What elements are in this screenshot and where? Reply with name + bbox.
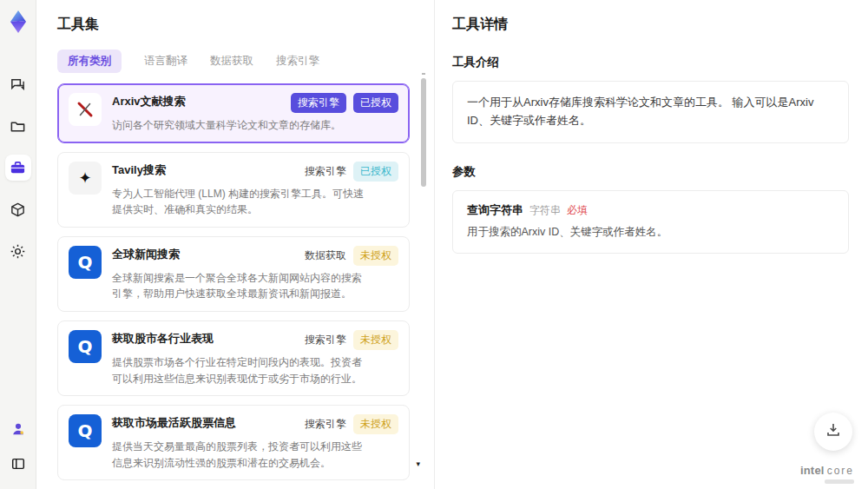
sidebar-item-files[interactable] — [5, 113, 31, 139]
stock-q-logo-icon: Q — [69, 330, 102, 363]
panel-toggle-icon — [10, 456, 26, 472]
sidebar-item-models[interactable] — [5, 196, 31, 222]
toolbox-icon — [10, 160, 26, 176]
auth-status-badge: 未授权 — [353, 330, 398, 350]
auth-status-badge: 未授权 — [353, 414, 398, 434]
param-description: 用于搜索的Arxiv ID、关键字或作者姓名。 — [467, 225, 834, 240]
category-label: 搜索引擎 — [305, 414, 346, 434]
tool-name: 获取市场最活跃股票信息 — [112, 414, 236, 431]
tab-language-translation[interactable]: 语言翻译 — [144, 50, 187, 73]
intel-logo-sub-mark — [825, 479, 854, 484]
intro-box: 一个用于从Arxiv存储库搜索科学论文和文章的工具。 输入可以是Arxiv ID… — [452, 81, 849, 143]
param-type: 字符串 — [529, 203, 561, 218]
tavily-logo-icon: ✦ — [69, 162, 102, 195]
page-title: 工具集 — [57, 16, 410, 34]
user-icon — [10, 421, 26, 437]
user-avatar[interactable] — [5, 416, 31, 442]
download-icon — [825, 421, 842, 442]
tab-search-engine[interactable]: 搜索引擎 — [276, 50, 319, 73]
tab-data-acquisition[interactable]: 数据获取 — [210, 50, 253, 73]
gear-icon — [10, 243, 26, 260]
arxiv-logo-icon — [69, 93, 102, 126]
tool-card-tavily[interactable]: ✦ Tavily搜索 搜索引擎 已授权 专为人工智能代理 (LLM) 构建的搜索… — [57, 152, 410, 228]
download-button[interactable] — [814, 413, 852, 451]
param-name: 查询字符串 — [467, 202, 523, 218]
cube-icon — [10, 202, 26, 218]
tool-name: 全球新闻搜索 — [112, 246, 180, 262]
tool-description: 专为人工智能代理 (LLM) 构建的搜索引擎工具。可快速提供实时、准确和真实的结… — [112, 186, 368, 218]
param-required-flag: 必填 — [567, 203, 588, 218]
category-badge: 搜索引擎 — [291, 93, 346, 113]
scrollbar-thumb[interactable] — [421, 78, 426, 187]
app-window: 工具集 所有类别 语言翻译 数据获取 搜索引擎 — [0, 0, 868, 489]
intro-heading: 工具介绍 — [452, 55, 849, 70]
detail-title: 工具详情 — [452, 16, 849, 34]
auth-status-badge: 未授权 — [353, 246, 398, 266]
tool-description: 全球新闻搜索是一个聚合全球各大新闻网站内容的搜索引擎，帮助用户快速获取全球最新资… — [112, 270, 368, 302]
category-tabs: 所有类别 语言翻译 数据获取 搜索引擎 — [57, 50, 410, 73]
tool-list-panel: 工具集 所有类别 语言翻译 数据获取 搜索引擎 — [36, 0, 434, 489]
sidebar-bottom — [5, 416, 31, 477]
tool-description: 提供当天交易量最高的股票列表，投资者可以利用这些信息来识别流动性强的股票和潜在的… — [112, 439, 368, 471]
scrollbar-up-arrow[interactable] — [422, 73, 425, 75]
params-heading: 参数 — [452, 164, 849, 180]
auth-status-badge: 已授权 — [353, 93, 398, 113]
tool-name: 获取股市各行业表现 — [112, 330, 214, 347]
tool-description: 提供股票市场各个行业在特定时间段内的表现。投资者可以利用这些信息来识别表现优于或… — [112, 354, 368, 387]
tab-all-categories[interactable]: 所有类别 — [57, 50, 122, 73]
app-logo-icon[interactable] — [5, 9, 31, 35]
tool-name: Tavily搜索 — [112, 162, 166, 178]
sidebar — [0, 0, 36, 489]
sidebar-item-settings[interactable] — [5, 238, 31, 264]
category-label: 搜索引擎 — [305, 162, 346, 182]
tool-card-arxiv[interactable]: Arxiv文献搜索 搜索引擎 已授权 访问各个研究领域大量科学论文和文章的存储库… — [57, 83, 410, 143]
intel-core-logo: intel core — [800, 464, 854, 477]
tool-card-sector-performance[interactable]: Q 获取股市各行业表现 搜索引擎 未授权 提供股票市场各个行业在特定时间段内的表… — [57, 320, 410, 396]
sidebar-item-toolbox[interactable] — [5, 155, 31, 181]
collapse-sidebar-button[interactable] — [5, 451, 31, 477]
sidebar-item-chat[interactable] — [5, 71, 31, 97]
category-label: 数据获取 — [305, 246, 346, 266]
chat-icon — [10, 76, 26, 93]
stock-q-logo-icon: Q — [69, 414, 102, 447]
category-label: 搜索引擎 — [305, 330, 346, 350]
tool-description: 访问各个研究领域大量科学论文和文章的存储库。 — [112, 117, 368, 134]
tool-card-list: Arxiv文献搜索 搜索引擎 已授权 访问各个研究领域大量科学论文和文章的存储库… — [57, 83, 410, 489]
scroll-down-caret-icon: ▾ — [416, 459, 420, 468]
tool-card-global-news[interactable]: Q 全球新闻搜索 数据获取 未授权 全球新闻搜索是一个聚合全球各大新闻网站内容的… — [57, 236, 410, 312]
intro-text: 一个用于从Arxiv存储库搜索科学论文和文章的工具。 输入可以是Arxiv ID… — [467, 96, 813, 127]
parameter-box: 查询字符串 字符串 必填 用于搜索的Arxiv ID、关键字或作者姓名。 — [452, 190, 849, 254]
tool-name: Arxiv文献搜索 — [112, 93, 186, 109]
auth-status-badge: 已授权 — [353, 162, 398, 182]
list-scrollbar[interactable] — [421, 73, 426, 483]
tool-detail-panel: 工具详情 工具介绍 一个用于从Arxiv存储库搜索科学论文和文章的工具。 输入可… — [434, 0, 868, 489]
news-q-logo-icon: Q — [69, 246, 102, 279]
sidebar-nav — [5, 71, 31, 264]
folder-icon — [10, 118, 26, 135]
tool-card-most-active-stocks[interactable]: Q 获取市场最活跃股票信息 搜索引擎 未授权 提供当天交易量最高的股票列表，投资… — [57, 405, 410, 480]
